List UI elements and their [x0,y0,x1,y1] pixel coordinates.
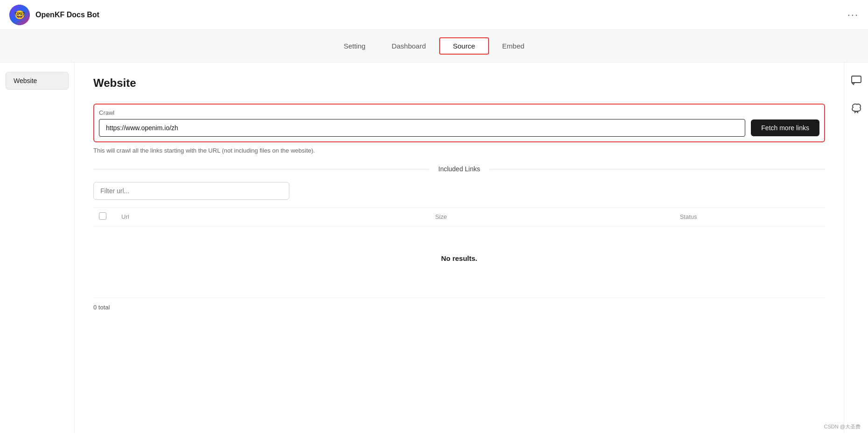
table-header: Url Size Status [93,208,825,226]
crawl-section: Crawl Fetch more links [93,104,825,142]
page-title: Website [93,77,825,90]
total-count: 0 total [93,304,110,311]
table-header-url: Url [112,208,330,226]
select-all-checkbox[interactable] [99,212,106,220]
nav-tabs: Setting Dashboard Source Embed [0,30,868,63]
filter-url-input[interactable] [93,182,289,200]
content-area: Website Crawl Fetch more links This will… [75,63,844,433]
no-results-message: No results. [93,226,825,291]
included-links-divider: Included Links [93,165,825,173]
divider-line-left [93,169,429,169]
no-results-row: No results. [93,226,825,291]
crawl-label: Crawl [99,109,819,116]
table-footer: 0 total [93,298,825,311]
links-table: Url Size Status No results. [93,207,825,290]
table-header-checkbox [93,208,112,226]
header: 🤓 OpenKF Docs Bot ··· [0,0,868,30]
table-header-status: Status [552,208,825,226]
avatar: 🤓 [9,5,30,25]
table-header-size: Size [330,208,552,226]
sidebar-item-website[interactable]: Website [6,72,69,90]
brain-icon[interactable] [848,100,865,117]
chat-icon[interactable] [848,72,865,89]
sidebar: Website [0,63,75,433]
right-panel [844,63,868,433]
svg-rect-0 [852,76,861,83]
crawl-url-input[interactable] [99,119,745,137]
tab-source[interactable]: Source [439,37,490,55]
fetch-more-links-button[interactable]: Fetch more links [751,119,819,136]
main-layout: Website Website Crawl Fetch more links T… [0,63,868,433]
crawl-input-row: Fetch more links [99,119,819,137]
crawl-hint: This will crawl all the links starting w… [93,147,825,154]
table-body: No results. [93,226,825,291]
app-title: OpenKF Docs Bot [35,11,99,19]
tab-dashboard[interactable]: Dashboard [378,38,439,54]
header-menu-button[interactable]: ··· [847,9,859,21]
included-links-label: Included Links [429,165,490,173]
tab-setting[interactable]: Setting [330,38,378,54]
avatar-image: 🤓 [9,5,30,25]
header-left: 🤓 OpenKF Docs Bot [9,5,99,25]
watermark: CSDN @大圣费 [824,423,861,430]
divider-line-right [490,169,825,169]
tab-embed[interactable]: Embed [489,38,538,54]
